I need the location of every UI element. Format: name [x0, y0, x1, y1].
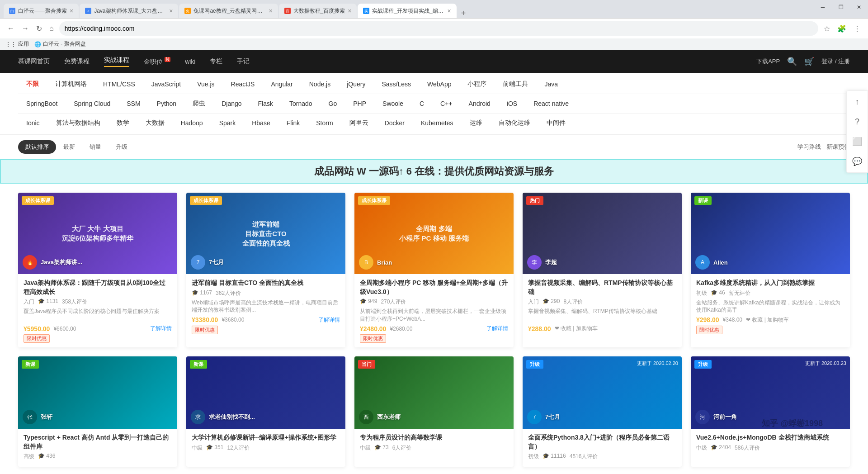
new-tab-button[interactable]: + — [458, 9, 470, 18]
bookmarks-apps[interactable]: ⋮⋮ 应用 — [5, 40, 29, 48]
tab-3[interactable]: 兔 兔课网ae教程_云盘精灵网页搜索... × — [179, 4, 278, 18]
cat-swoole[interactable]: Swoole — [374, 97, 411, 110]
cat-algorithm[interactable]: 算法与数据结构 — [48, 116, 108, 130]
course-card-6[interactable]: 新课 张 张轩 Typescript + React 高仿 Antd 从零到一打… — [18, 356, 177, 467]
price-detail-link-3[interactable]: 了解详情 — [486, 325, 508, 332]
tab-close-3[interactable]: × — [269, 7, 272, 14]
cat-js[interactable]: JavaScript — [143, 78, 189, 90]
cat-cpp[interactable]: C++ — [432, 97, 460, 110]
tab-1[interactable]: 白 白泽云——聚合搜索 × — [4, 4, 79, 18]
cat-angular[interactable]: Angular — [263, 78, 301, 90]
sidebar-screen-icon[interactable]: ⬜ — [850, 134, 864, 149]
download-app-link[interactable]: 下载APP — [756, 57, 780, 66]
cat-auto-ops[interactable]: 自动化运维 — [491, 116, 538, 130]
cat-flink[interactable]: Flink — [278, 117, 308, 129]
cat-tornado[interactable]: Tornado — [281, 97, 321, 110]
cat-storm[interactable]: Storm — [308, 117, 341, 129]
course-card-4[interactable]: 热门 李 李超 掌握音视频采集、编解码、RTMP传输协议等核心基础 入门 🎓 2… — [523, 193, 682, 347]
sort-newest[interactable]: 最新 — [56, 140, 82, 154]
tab-close-1[interactable]: × — [70, 7, 73, 14]
forward-button[interactable]: → — [20, 23, 31, 34]
course-card-5[interactable]: 新课 A Allen Kafka多维度系统精讲，从入门到熟练掌握 初级 🎓 46… — [691, 193, 850, 347]
home-button[interactable]: ⌂ — [47, 23, 56, 34]
course-card-7[interactable]: 新课 求 求老仙别找不到... 大学计算机必修课新讲--编译原理+操作系统+图形… — [186, 356, 345, 467]
course-card-2[interactable]: 进军前端目标直击CTO全面性的真全栈 成长体系课 7 7七月 进军前端 目标直击… — [186, 193, 345, 347]
cat-docker[interactable]: Docker — [377, 117, 413, 129]
nav-home[interactable]: 慕课网首页 — [18, 57, 50, 66]
tab-close-2[interactable]: × — [169, 7, 173, 14]
cat-reactnative[interactable]: React native — [525, 97, 577, 110]
cat-hadoop[interactable]: Hadoop — [173, 117, 211, 129]
tab-close-4[interactable]: × — [348, 7, 351, 14]
cat-spark[interactable]: Spark — [211, 117, 244, 129]
back-button[interactable]: ← — [5, 23, 16, 34]
tab-5[interactable]: 实 实战课程_开发项目实战_编程项... × — [358, 4, 456, 18]
extensions-button[interactable]: 🧩 — [835, 23, 848, 35]
bookmarks-baize[interactable]: 🌐 白泽云 - 聚合网盘 — [34, 40, 86, 48]
cat-java[interactable]: Java — [536, 78, 566, 90]
cat-ios[interactable]: iOS — [499, 97, 525, 110]
price-detail-link-1[interactable]: 了解详情 — [150, 325, 172, 332]
cat-jquery[interactable]: jQuery — [339, 78, 373, 90]
cat-ops[interactable]: 运维 — [462, 116, 491, 130]
cat-htmlcss[interactable]: HTML/CSS — [95, 78, 143, 90]
sort-upgrade[interactable]: 升级 — [108, 140, 135, 154]
nav-column[interactable]: 专栏 — [210, 57, 222, 66]
cat-django[interactable]: Django — [213, 97, 250, 110]
course-card-3[interactable]: 全周期 多端小程序 PC 移动 服务端 成长体系课 B Brian 全周期多端小… — [354, 193, 514, 347]
cat-ssm[interactable]: SSM — [118, 97, 148, 110]
sidebar-help-icon[interactable]: ? — [850, 114, 864, 129]
course-card-10[interactable]: 升级 更新于 2020.03.23 河 河前一角 Vue2.6+Node.js+… — [691, 356, 850, 467]
cat-nodejs[interactable]: Node.js — [301, 78, 339, 90]
price-action-4[interactable]: ❤ 收藏 | 加购物车 — [555, 325, 598, 332]
cat-sassless[interactable]: Sass/Less — [373, 78, 419, 90]
sidebar-top-icon[interactable]: ↑ — [850, 95, 864, 109]
cat-unlimited[interactable]: 不限 — [18, 77, 47, 91]
tab-2[interactable]: J Java架构师体系课_大力盘网页搜... × — [80, 4, 178, 18]
cat-vue[interactable]: Vue.js — [189, 78, 222, 90]
cat-c[interactable]: C — [411, 97, 432, 110]
price-detail-link-2[interactable]: 了解详情 — [318, 316, 340, 324]
reload-button[interactable]: ↻ — [34, 23, 44, 35]
cat-go[interactable]: Go — [321, 97, 345, 110]
nav-wiki[interactable]: wiki — [185, 58, 195, 65]
sort-default[interactable]: 默认排序 — [18, 140, 56, 154]
cat-miniapp[interactable]: 小程序 — [459, 77, 495, 91]
cat-springboot[interactable]: SpringBoot — [18, 97, 66, 110]
cat-middleware[interactable]: 中间件 — [538, 116, 574, 130]
nav-free[interactable]: 免费课程 — [64, 57, 90, 66]
cat-python[interactable]: Python — [149, 97, 185, 110]
cat-flask[interactable]: Flask — [250, 97, 281, 110]
search-icon[interactable]: 🔍 — [787, 57, 797, 66]
price-action-5[interactable]: ❤ 收藏 | 加购物车 — [746, 316, 789, 324]
course-card-1[interactable]: 大厂 大牛 大项目沉淀6位架构师多年精华 成长体系课 🔥 Java架构师讲...… — [18, 193, 177, 347]
tab-4[interactable]: 百 大数据教程_百度搜索 × — [279, 4, 357, 18]
cat-php[interactable]: PHP — [345, 97, 374, 110]
cat-kubernetes[interactable]: Kubernetes — [413, 117, 462, 129]
sidebar-chat-icon[interactable]: 💬 — [850, 154, 864, 169]
banner-overlay[interactable]: 成品网站 W 一源码↑ 6 在线：提供优质网站资源与服务 — [0, 159, 868, 184]
cat-aliyun[interactable]: 阿里云 — [341, 116, 377, 130]
browser-menu[interactable]: ⋮ — [852, 23, 863, 35]
nav-notes[interactable]: 手记 — [237, 57, 250, 66]
cat-ionic[interactable]: Ionic — [18, 117, 48, 129]
cat-crawler[interactable]: 爬虫 — [184, 97, 213, 110]
tab-close-5[interactable]: × — [447, 7, 451, 14]
url-input[interactable] — [59, 21, 818, 36]
close-button[interactable]: ✕ — [850, 0, 868, 14]
cat-math[interactable]: 数学 — [108, 116, 137, 130]
cat-network[interactable]: 计算机网络 — [47, 77, 95, 91]
cat-springcloud[interactable]: Spring Cloud — [66, 97, 118, 110]
learning-path-link[interactable]: 学习路线 — [797, 143, 821, 151]
cat-reactjs[interactable]: ReactJS — [223, 78, 263, 90]
cat-webapp[interactable]: WebApp — [419, 78, 459, 90]
cart-icon[interactable]: 🛒 — [804, 57, 814, 66]
minimize-button[interactable]: ─ — [814, 0, 832, 14]
course-card-8[interactable]: 当门 西 西东老师 专为程序员设计的高等数学课 中级 🎓 73 6人评价 — [354, 356, 514, 467]
cat-frontend-tools[interactable]: 前端工具 — [495, 77, 536, 91]
bookmark-star[interactable]: ☆ — [822, 23, 832, 35]
cat-bigdata[interactable]: 大数据 — [137, 116, 173, 130]
nav-job[interactable]: 金职位 N — [144, 57, 170, 66]
cat-android[interactable]: Android — [461, 97, 499, 110]
restore-button[interactable]: ❐ — [832, 0, 850, 14]
